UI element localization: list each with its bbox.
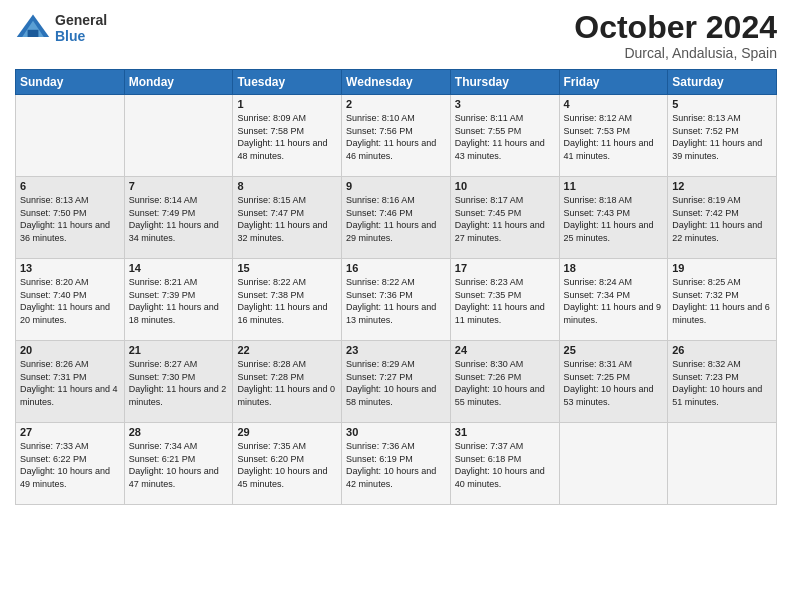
day-cell-18: 17Sunrise: 8:23 AM Sunset: 7:35 PM Dayli… bbox=[450, 259, 559, 341]
day-cell-12: 11Sunrise: 8:18 AM Sunset: 7:43 PM Dayli… bbox=[559, 177, 668, 259]
logo-icon bbox=[15, 10, 51, 46]
day-info: Sunrise: 8:32 AM Sunset: 7:23 PM Dayligh… bbox=[672, 358, 772, 408]
day-number: 4 bbox=[564, 98, 664, 110]
day-cell-9: 8Sunrise: 8:15 AM Sunset: 7:47 PM Daylig… bbox=[233, 177, 342, 259]
day-cell-32: 31Sunrise: 7:37 AM Sunset: 6:18 PM Dayli… bbox=[450, 423, 559, 505]
weekday-header-friday: Friday bbox=[559, 70, 668, 95]
day-cell-15: 14Sunrise: 8:21 AM Sunset: 7:39 PM Dayli… bbox=[124, 259, 233, 341]
day-number: 27 bbox=[20, 426, 120, 438]
day-cell-8: 7Sunrise: 8:14 AM Sunset: 7:49 PM Daylig… bbox=[124, 177, 233, 259]
main-container: General Blue October 2024 Durcal, Andalu… bbox=[0, 0, 792, 612]
day-cell-26: 25Sunrise: 8:31 AM Sunset: 7:25 PM Dayli… bbox=[559, 341, 668, 423]
day-info: Sunrise: 8:13 AM Sunset: 7:52 PM Dayligh… bbox=[672, 112, 772, 162]
day-number: 21 bbox=[129, 344, 229, 356]
day-info: Sunrise: 8:23 AM Sunset: 7:35 PM Dayligh… bbox=[455, 276, 555, 326]
day-number: 13 bbox=[20, 262, 120, 274]
weekday-header-wednesday: Wednesday bbox=[342, 70, 451, 95]
week-row-5: 27Sunrise: 7:33 AM Sunset: 6:22 PM Dayli… bbox=[16, 423, 777, 505]
weekday-header-saturday: Saturday bbox=[668, 70, 777, 95]
day-number: 28 bbox=[129, 426, 229, 438]
day-number: 23 bbox=[346, 344, 446, 356]
day-number: 17 bbox=[455, 262, 555, 274]
day-info: Sunrise: 8:29 AM Sunset: 7:27 PM Dayligh… bbox=[346, 358, 446, 408]
day-cell-33 bbox=[559, 423, 668, 505]
weekday-header-thursday: Thursday bbox=[450, 70, 559, 95]
day-cell-5: 4Sunrise: 8:12 AM Sunset: 7:53 PM Daylig… bbox=[559, 95, 668, 177]
day-info: Sunrise: 8:10 AM Sunset: 7:56 PM Dayligh… bbox=[346, 112, 446, 162]
day-info: Sunrise: 8:26 AM Sunset: 7:31 PM Dayligh… bbox=[20, 358, 120, 408]
logo-text: General Blue bbox=[55, 12, 107, 44]
day-cell-34 bbox=[668, 423, 777, 505]
day-info: Sunrise: 8:16 AM Sunset: 7:46 PM Dayligh… bbox=[346, 194, 446, 244]
day-info: Sunrise: 7:35 AM Sunset: 6:20 PM Dayligh… bbox=[237, 440, 337, 490]
calendar-table: SundayMondayTuesdayWednesdayThursdayFrid… bbox=[15, 69, 777, 505]
day-cell-25: 24Sunrise: 8:30 AM Sunset: 7:26 PM Dayli… bbox=[450, 341, 559, 423]
week-row-2: 6Sunrise: 8:13 AM Sunset: 7:50 PM Daylig… bbox=[16, 177, 777, 259]
day-number: 11 bbox=[564, 180, 664, 192]
logo-general: General bbox=[55, 12, 107, 28]
day-info: Sunrise: 8:25 AM Sunset: 7:32 PM Dayligh… bbox=[672, 276, 772, 326]
weekday-header-monday: Monday bbox=[124, 70, 233, 95]
week-row-3: 13Sunrise: 8:20 AM Sunset: 7:40 PM Dayli… bbox=[16, 259, 777, 341]
day-number: 31 bbox=[455, 426, 555, 438]
day-info: Sunrise: 8:15 AM Sunset: 7:47 PM Dayligh… bbox=[237, 194, 337, 244]
day-number: 20 bbox=[20, 344, 120, 356]
day-number: 9 bbox=[346, 180, 446, 192]
svg-rect-2 bbox=[28, 30, 39, 37]
day-number: 6 bbox=[20, 180, 120, 192]
day-number: 3 bbox=[455, 98, 555, 110]
day-number: 10 bbox=[455, 180, 555, 192]
day-info: Sunrise: 7:34 AM Sunset: 6:21 PM Dayligh… bbox=[129, 440, 229, 490]
day-cell-1 bbox=[124, 95, 233, 177]
day-info: Sunrise: 8:21 AM Sunset: 7:39 PM Dayligh… bbox=[129, 276, 229, 326]
logo: General Blue bbox=[15, 10, 107, 46]
day-cell-3: 2Sunrise: 8:10 AM Sunset: 7:56 PM Daylig… bbox=[342, 95, 451, 177]
day-cell-21: 20Sunrise: 8:26 AM Sunset: 7:31 PM Dayli… bbox=[16, 341, 125, 423]
day-number: 8 bbox=[237, 180, 337, 192]
day-number: 19 bbox=[672, 262, 772, 274]
day-cell-24: 23Sunrise: 8:29 AM Sunset: 7:27 PM Dayli… bbox=[342, 341, 451, 423]
day-number: 22 bbox=[237, 344, 337, 356]
day-info: Sunrise: 8:22 AM Sunset: 7:36 PM Dayligh… bbox=[346, 276, 446, 326]
day-number: 1 bbox=[237, 98, 337, 110]
day-info: Sunrise: 7:37 AM Sunset: 6:18 PM Dayligh… bbox=[455, 440, 555, 490]
day-number: 24 bbox=[455, 344, 555, 356]
day-cell-13: 12Sunrise: 8:19 AM Sunset: 7:42 PM Dayli… bbox=[668, 177, 777, 259]
day-info: Sunrise: 8:14 AM Sunset: 7:49 PM Dayligh… bbox=[129, 194, 229, 244]
day-number: 2 bbox=[346, 98, 446, 110]
title-block: October 2024 Durcal, Andalusia, Spain bbox=[574, 10, 777, 61]
day-cell-4: 3Sunrise: 8:11 AM Sunset: 7:55 PM Daylig… bbox=[450, 95, 559, 177]
day-cell-19: 18Sunrise: 8:24 AM Sunset: 7:34 PM Dayli… bbox=[559, 259, 668, 341]
day-number: 18 bbox=[564, 262, 664, 274]
week-row-1: 1Sunrise: 8:09 AM Sunset: 7:58 PM Daylig… bbox=[16, 95, 777, 177]
day-cell-6: 5Sunrise: 8:13 AM Sunset: 7:52 PM Daylig… bbox=[668, 95, 777, 177]
day-cell-23: 22Sunrise: 8:28 AM Sunset: 7:28 PM Dayli… bbox=[233, 341, 342, 423]
day-number: 25 bbox=[564, 344, 664, 356]
day-info: Sunrise: 8:11 AM Sunset: 7:55 PM Dayligh… bbox=[455, 112, 555, 162]
weekday-header-tuesday: Tuesday bbox=[233, 70, 342, 95]
location: Durcal, Andalusia, Spain bbox=[574, 45, 777, 61]
day-info: Sunrise: 8:19 AM Sunset: 7:42 PM Dayligh… bbox=[672, 194, 772, 244]
day-cell-22: 21Sunrise: 8:27 AM Sunset: 7:30 PM Dayli… bbox=[124, 341, 233, 423]
day-cell-0 bbox=[16, 95, 125, 177]
weekday-header-sunday: Sunday bbox=[16, 70, 125, 95]
day-info: Sunrise: 7:33 AM Sunset: 6:22 PM Dayligh… bbox=[20, 440, 120, 490]
day-info: Sunrise: 7:36 AM Sunset: 6:19 PM Dayligh… bbox=[346, 440, 446, 490]
day-cell-2: 1Sunrise: 8:09 AM Sunset: 7:58 PM Daylig… bbox=[233, 95, 342, 177]
day-info: Sunrise: 8:22 AM Sunset: 7:38 PM Dayligh… bbox=[237, 276, 337, 326]
day-cell-16: 15Sunrise: 8:22 AM Sunset: 7:38 PM Dayli… bbox=[233, 259, 342, 341]
day-number: 15 bbox=[237, 262, 337, 274]
day-number: 7 bbox=[129, 180, 229, 192]
day-cell-30: 29Sunrise: 7:35 AM Sunset: 6:20 PM Dayli… bbox=[233, 423, 342, 505]
day-cell-14: 13Sunrise: 8:20 AM Sunset: 7:40 PM Dayli… bbox=[16, 259, 125, 341]
header: General Blue October 2024 Durcal, Andalu… bbox=[15, 10, 777, 61]
day-cell-20: 19Sunrise: 8:25 AM Sunset: 7:32 PM Dayli… bbox=[668, 259, 777, 341]
day-cell-27: 26Sunrise: 8:32 AM Sunset: 7:23 PM Dayli… bbox=[668, 341, 777, 423]
day-number: 5 bbox=[672, 98, 772, 110]
day-number: 14 bbox=[129, 262, 229, 274]
day-cell-28: 27Sunrise: 7:33 AM Sunset: 6:22 PM Dayli… bbox=[16, 423, 125, 505]
day-cell-10: 9Sunrise: 8:16 AM Sunset: 7:46 PM Daylig… bbox=[342, 177, 451, 259]
day-number: 30 bbox=[346, 426, 446, 438]
month-title: October 2024 bbox=[574, 10, 777, 45]
day-number: 29 bbox=[237, 426, 337, 438]
